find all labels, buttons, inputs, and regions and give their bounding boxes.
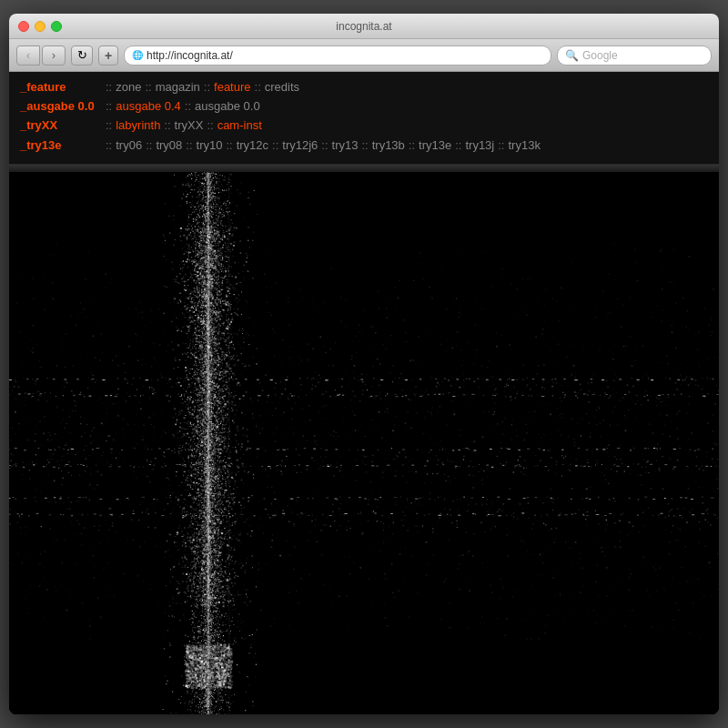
window-title: incognita.at <box>336 20 391 33</box>
canvas-area <box>9 172 719 714</box>
nav-link-tryxx[interactable]: tryXX <box>175 117 204 134</box>
page-content: _feature :: zone :: magazin :: feature :… <box>9 72 719 714</box>
back-button[interactable]: ‹ <box>16 46 40 66</box>
minimize-button[interactable] <box>35 21 46 32</box>
nav-label-feature: _feature <box>20 79 102 96</box>
search-bar[interactable]: 🔍 Google <box>557 46 712 66</box>
forward-button[interactable]: › <box>42 46 66 66</box>
title-bar: incognita.at <box>9 14 719 39</box>
reload-button[interactable]: ↻ <box>71 46 93 66</box>
nav-link-credits[interactable]: credits <box>265 79 299 96</box>
close-button[interactable] <box>18 21 29 32</box>
nav-row-tryxx: _tryXX :: labyrinth :: tryXX :: cam-inst <box>20 117 708 134</box>
nav-link-try13k[interactable]: try13k <box>508 137 540 154</box>
address-bar[interactable]: 🌐 http://incognita.at/ <box>124 46 551 66</box>
nav-label-tryxx: _tryXX <box>20 117 102 134</box>
nav-link-try08[interactable]: try08 <box>156 137 182 154</box>
nav-row-try13e: _try13e :: try06 :: try08 :: try10 :: tr… <box>20 137 708 154</box>
nav-link-zone[interactable]: zone <box>116 79 141 96</box>
address-text: http://incognita.at/ <box>147 49 233 62</box>
browser-window: incognita.at ‹ › ↻ + 🌐 http://incognita.… <box>9 14 719 714</box>
nav-buttons: ‹ › <box>16 46 66 66</box>
nav-link-try13b[interactable]: try13b <box>372 137 405 154</box>
nav-link-ausgabe00[interactable]: ausgabe 0.0 <box>195 98 260 115</box>
nav-link-try06[interactable]: try06 <box>116 137 142 154</box>
nav-link-ausgabe04[interactable]: ausgabe 0.4 <box>116 98 181 115</box>
nav-label-ausgabe: _ausgabe 0.0 <box>20 98 102 115</box>
nav-link-try12c[interactable]: try12c <box>237 137 268 154</box>
traffic-lights <box>18 21 62 32</box>
search-icon: 🔍 <box>565 49 579 62</box>
address-icon: 🌐 <box>132 50 143 60</box>
nav-row-feature: _feature :: zone :: magazin :: feature :… <box>20 79 708 96</box>
nav-row-ausgabe: _ausgabe 0.0 :: ausgabe 0.4 :: ausgabe 0… <box>20 98 708 115</box>
nav-link-magazin[interactable]: magazin <box>156 79 200 96</box>
nav-link-try13j[interactable]: try13j <box>465 137 494 154</box>
nav-link-cam-inst[interactable]: cam-inst <box>217 117 262 134</box>
nav-link-labyrinth[interactable]: labyrinth <box>116 117 160 134</box>
site-nav: _feature :: zone :: magazin :: feature :… <box>9 72 719 165</box>
nav-link-try13e[interactable]: try13e <box>419 137 451 154</box>
maximize-button[interactable] <box>51 21 62 32</box>
search-placeholder: Google <box>582 49 618 62</box>
nav-link-try10[interactable]: try10 <box>197 137 223 154</box>
visualization-canvas <box>9 172 719 714</box>
nav-link-try13[interactable]: try13 <box>332 137 359 154</box>
toolbar: ‹ › ↻ + 🌐 http://incognita.at/ 🔍 Google <box>9 39 719 72</box>
new-tab-button[interactable]: + <box>98 46 118 66</box>
nav-link-try12j6[interactable]: try12j6 <box>282 137 318 154</box>
nav-label-try13e: _try13e <box>20 137 102 154</box>
nav-link-feature[interactable]: feature <box>214 79 250 96</box>
separator-bar <box>9 165 719 172</box>
